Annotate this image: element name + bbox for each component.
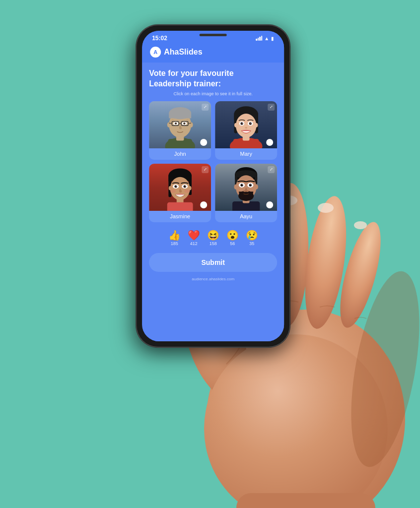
submit-button[interactable]: Submit: [149, 253, 277, 272]
svg-rect-53: [167, 202, 193, 210]
app-header: AhaSlides: [142, 44, 284, 63]
reaction-like[interactable]: 👍 185: [168, 230, 181, 246]
john-name: John: [149, 148, 211, 160]
svg-point-42: [240, 122, 243, 125]
battery-icon: ▮: [271, 36, 274, 41]
jasmine-name: Jasmine: [149, 211, 211, 222]
footer-url: audience.ahaslides.com: [149, 276, 277, 283]
svg-rect-18: [169, 113, 191, 118]
candidate-card-aayu[interactable]: ⤢: [215, 164, 277, 222]
svg-point-54: [169, 186, 172, 190]
radio-john[interactable]: [200, 139, 207, 146]
svg-point-80: [250, 184, 251, 185]
svg-point-12: [354, 221, 367, 229]
svg-point-24: [183, 122, 185, 124]
reaction-wow[interactable]: 😮 56: [226, 230, 239, 246]
svg-point-81: [243, 190, 246, 191]
sad-emoji: 😢: [246, 230, 258, 240]
signal-icon: [256, 36, 262, 41]
candidate-card-john[interactable]: ⤢: [149, 101, 211, 160]
status-bar: 15:02 ▲ ▮: [142, 31, 284, 44]
instruction-text: Click on each image to see it in full si…: [149, 91, 277, 96]
main-content: Vote for your favourite Leadership train…: [142, 63, 284, 341]
reactions-bar: 👍 185 ❤️ 412 😆 158 😮 56: [149, 227, 277, 249]
svg-point-58: [174, 185, 177, 188]
svg-point-37: [236, 114, 256, 137]
sad-count: 35: [249, 241, 254, 246]
svg-point-61: [185, 186, 186, 187]
laugh-emoji: 😆: [207, 230, 219, 240]
reaction-laugh[interactable]: 😆 158: [207, 230, 219, 246]
mary-name: Mary: [215, 148, 277, 160]
radio-aayu[interactable]: [266, 201, 273, 208]
svg-point-72: [234, 184, 238, 189]
svg-point-73: [255, 184, 258, 189]
svg-point-79: [242, 184, 243, 185]
mary-photo: ⤢: [215, 101, 277, 148]
svg-point-62: [170, 189, 176, 192]
phone-frame: 15:02 ▲ ▮ AhaSlides: [136, 25, 290, 347]
candidate-card-mary[interactable]: ⤢: [215, 101, 277, 160]
svg-point-59: [184, 185, 186, 188]
status-icons: ▲ ▮: [256, 36, 274, 41]
like-count: 185: [171, 241, 178, 246]
svg-point-60: [176, 186, 177, 187]
svg-point-55: [189, 186, 192, 190]
svg-point-82: [246, 190, 249, 191]
reaction-heart[interactable]: ❤️ 412: [188, 230, 200, 246]
wow-emoji: 😮: [226, 230, 239, 240]
candidates-grid: ⤢: [149, 101, 277, 222]
wow-count: 56: [230, 241, 235, 246]
radio-mary[interactable]: [266, 139, 273, 146]
question-title: Vote for your favourite Leadership train…: [149, 68, 277, 89]
svg-point-77: [240, 184, 243, 186]
like-emoji: 👍: [168, 230, 181, 240]
svg-point-46: [245, 127, 247, 128]
phone-wrapper: 15:02 ▲ ▮ AhaSlides: [136, 25, 290, 347]
svg-point-63: [184, 189, 190, 192]
svg-rect-7: [236, 493, 375, 508]
radio-jasmine[interactable]: [200, 201, 207, 208]
candidate-card-jasmine[interactable]: ⤢: [149, 164, 211, 222]
svg-point-38: [234, 123, 237, 127]
app-logo: [150, 47, 161, 58]
svg-point-45: [250, 123, 251, 124]
aayu-name: Aayu: [215, 211, 277, 222]
svg-point-39: [255, 123, 258, 127]
phone-screen: 15:02 ▲ ▮ AhaSlides: [142, 31, 284, 341]
laugh-count: 158: [210, 241, 217, 246]
status-time: 15:02: [152, 35, 167, 42]
svg-point-43: [249, 122, 252, 125]
svg-point-23: [175, 122, 177, 124]
phone-speaker: [200, 34, 227, 36]
svg-point-44: [242, 123, 243, 124]
wifi-icon: ▲: [264, 36, 269, 41]
app-name: AhaSlides: [164, 48, 202, 57]
svg-point-78: [249, 184, 252, 186]
heart-count: 412: [190, 241, 198, 246]
heart-emoji: ❤️: [188, 230, 200, 240]
reaction-sad[interactable]: 😢 35: [246, 230, 258, 246]
jasmine-photo: ⤢: [149, 164, 211, 211]
john-photo: ⤢: [149, 101, 211, 148]
svg-point-11: [318, 203, 334, 213]
aayu-photo: ⤢: [215, 164, 277, 211]
